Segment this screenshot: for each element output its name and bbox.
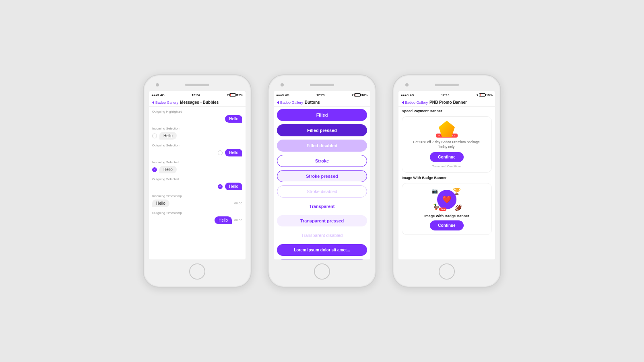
nav-bar-promo: Badoo Gallery PNB Promo Banner — [398, 99, 495, 107]
btn-filled[interactable]: Filled — [277, 109, 367, 121]
btn-filled-disabled: Filled disabled — [277, 140, 367, 152]
battery-fill-3 — [480, 94, 481, 96]
image-badge-title: Image With Badge Banner — [402, 176, 446, 180]
bubble-outgoing-timestamp: Hello — [215, 216, 232, 224]
continue-button-speed[interactable]: Continue — [430, 152, 463, 162]
wifi-icon: ▾ — [227, 93, 229, 97]
phone-notch-promo — [393, 80, 500, 90]
outgoing-selection-section: Outgoing Selection Hello — [152, 144, 242, 156]
section-label-outgoing-selection: Outgoing Selection — [152, 144, 242, 147]
battery-icon-2 — [354, 93, 361, 97]
image-badge-banner: 📷 ❤️ New 🏆 🦆 🏈 Image With Badge Banner C… — [402, 183, 492, 235]
speed-payment-banner: TODAY'S SALE Get 50% off 7 day Badoo Pre… — [402, 116, 492, 173]
status-right: ▾ 19% — [227, 93, 243, 97]
btn-transparent[interactable]: Transparent — [277, 201, 367, 212]
section-label-outgoing-timestamp: Outgoing Timestamp — [152, 211, 242, 215]
bubble-incoming-selection: Hello — [159, 132, 177, 140]
time-display: 12:24 — [192, 93, 200, 97]
nav-bar-buttons: Badoo Gallery Buttons — [274, 99, 370, 107]
camera-dot-3 — [405, 83, 409, 86]
back-button-buttons[interactable]: Badoo Gallery — [277, 101, 303, 105]
outgoing-timestamp-time: 00:00 — [234, 218, 242, 222]
section-label-outgoing-selected: Outgoing Selected — [152, 177, 242, 181]
signal-text-3: ●●●3 — [401, 93, 409, 97]
camera-dot-2 — [281, 83, 284, 86]
btn-filled-long-2[interactable]: Lorem ipsum dolor sit amet... — [277, 259, 367, 259]
status-left-2: ●●●3 4G — [276, 93, 289, 97]
messages-content: Outgoing Highlighted Hello Incoming Sele… — [149, 107, 246, 259]
outgoing-timestamp-section: Outgoing Timestamp Hello 00:00 — [152, 211, 242, 224]
speaker-grille-3 — [435, 84, 459, 86]
speaker-grille-2 — [310, 84, 334, 86]
football-emoji: 🏈 — [455, 204, 462, 211]
status-left: ●●●3 4G — [151, 93, 165, 97]
phone-buttons: ●●●3 4G 12:23 ▾ 10% Badoo Gallery — [268, 74, 376, 288]
phone-notch-buttons — [268, 80, 376, 90]
outgoing-highlighted-section: Outgoing Highlighted Hello — [152, 110, 242, 123]
buttons-content: Filled Filled pressed Filled disabled St… — [274, 107, 370, 259]
battery-percent-2: 10% — [361, 93, 368, 97]
signal-text: ●●●3 — [151, 93, 159, 97]
speed-payment-title: Speed Payment Banner — [402, 109, 442, 113]
diamond-shape — [439, 121, 455, 137]
time-display-2: 12:23 — [316, 93, 324, 97]
incoming-timestamp-section: Incoming Timestamp Hello 00:00 — [152, 194, 242, 207]
btn-filled-pressed[interactable]: Filled pressed — [277, 124, 367, 136]
section-label-incoming-selected: Incoming Selected — [152, 160, 242, 164]
bubble-incoming-timestamp: Hello — [152, 200, 169, 207]
network-type: 4G — [160, 93, 165, 97]
nav-title-promo: PNB Promo Banner — [429, 100, 467, 105]
radio-checked-outgoing[interactable]: ✓ — [218, 184, 223, 189]
battery-icon-3 — [479, 93, 485, 97]
btn-stroke-disabled: Stroke disabled — [277, 185, 367, 197]
camera-dot — [156, 83, 159, 86]
trophy-emoji: 🏆 — [453, 187, 461, 195]
incoming-selected-section: Incoming Selected ✓ Hello — [152, 160, 242, 173]
radio-checked-incoming[interactable]: ✓ — [152, 167, 157, 172]
nav-title-buttons: Buttons — [305, 100, 320, 105]
incoming-timestamp-time: 00:00 — [234, 202, 242, 205]
btn-transparent-pressed[interactable]: Transparent pressed — [277, 215, 367, 226]
continue-button-badge[interactable]: Continue — [430, 220, 463, 230]
wifi-icon-3: ▾ — [477, 93, 478, 97]
incoming-selection-section: Incoming Selection Hello — [152, 127, 242, 140]
outgoing-selected-row: ✓ Hello — [152, 183, 242, 190]
btn-stroke[interactable]: Stroke — [277, 155, 367, 167]
nav-bar-messages: Badoo Gallery Messages - Bubbles — [149, 99, 246, 107]
bubble-incoming-selected: Hello — [159, 166, 177, 173]
status-bar-messages: ●●●3 4G 12:24 ▾ 19% — [149, 91, 246, 99]
btn-transparent-disabled: Transparent disabled — [277, 230, 367, 241]
phone-promo: ●●●3 4G 12:13 ▾ 19% Badoo Gallery — [392, 74, 501, 288]
phones-container: ●●●3 4G 12:24 ▾ 19% Badoo Gallery — [143, 74, 501, 288]
incoming-timestamp-row: Hello 00:00 — [152, 200, 242, 207]
battery-percent: 19% — [237, 93, 243, 97]
phone-screen-promo: ●●●3 4G 12:13 ▾ 19% Badoo Gallery — [398, 91, 495, 259]
home-button-phone1[interactable] — [189, 263, 205, 280]
home-button-phone2[interactable] — [314, 263, 330, 280]
btn-stroke-pressed[interactable]: Stroke pressed — [277, 170, 367, 182]
battery-percent-3: 19% — [486, 93, 493, 97]
back-button-messages[interactable]: Badoo Gallery — [152, 101, 178, 105]
bubble-outgoing-selected: Hello — [225, 183, 242, 190]
status-left-3: ●●●3 4G — [401, 93, 414, 97]
bubble-outgoing-highlighted: Hello — [225, 115, 242, 123]
badge-banner-icons: 📷 ❤️ New 🏆 🦆 🏈 — [433, 187, 461, 212]
back-button-promo[interactable]: Badoo Gallery — [402, 101, 428, 105]
wifi-icon-2: ▾ — [352, 93, 353, 97]
time-display-3: 12:13 — [441, 93, 449, 97]
radio-outgoing-unchecked[interactable] — [218, 150, 223, 155]
status-bar-buttons: ●●●3 4G 12:23 ▾ 10% — [274, 91, 370, 99]
terms-text[interactable]: Terms and Conditions — [432, 165, 462, 168]
duck-emoji: 🦆 — [433, 204, 440, 210]
radio-unchecked[interactable] — [152, 134, 157, 138]
battery-fill-2 — [355, 94, 355, 96]
promo-content: Speed Payment Banner TODAY'S SALE Get 50… — [398, 107, 495, 237]
status-right-2: ▾ 10% — [352, 93, 368, 97]
status-right-3: ▾ 19% — [477, 93, 493, 97]
battery-fill — [230, 94, 231, 96]
home-button-phone3[interactable] — [439, 263, 455, 280]
battery-icon — [229, 93, 236, 97]
btn-filled-long-1[interactable]: Lorem ipsum dolor sit amet... — [277, 244, 367, 256]
phone-screen-buttons: ●●●3 4G 12:23 ▾ 10% Badoo Gallery — [274, 91, 370, 259]
outgoing-selection-row: Hello — [152, 149, 242, 156]
